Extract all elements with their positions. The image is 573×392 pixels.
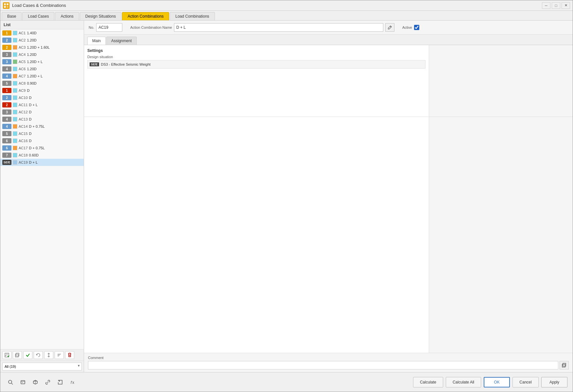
minimize-button[interactable]: ─ <box>542 2 550 9</box>
tab-main[interactable]: Main <box>87 37 106 45</box>
list-item[interactable]: 6 AC16 D <box>0 137 84 144</box>
list-item[interactable]: 2 AC11 D + L <box>0 101 84 108</box>
badge: 2 <box>2 102 11 107</box>
item-name: AC16 <box>19 139 28 143</box>
item-value: D <box>29 117 32 121</box>
badge: 2 <box>2 95 11 100</box>
name-input[interactable] <box>174 23 383 32</box>
item-name: AC11 <box>19 103 28 107</box>
color-dot <box>13 131 17 136</box>
duplicate-button[interactable] <box>13 351 22 359</box>
badge: 5 <box>2 131 11 136</box>
active-group: Active <box>402 25 419 30</box>
formula-bottom-button[interactable]: fx <box>68 378 78 386</box>
tab-assignment[interactable]: Assignment <box>106 37 137 45</box>
item-name: AC10 <box>19 96 28 100</box>
list-item[interactable]: 4 AC14 D + 0.75L <box>0 123 84 130</box>
split-bottom <box>84 117 573 353</box>
search-bottom-button[interactable] <box>6 378 15 386</box>
color-dot <box>13 110 17 114</box>
ok-button[interactable]: OK <box>484 377 510 387</box>
accept-button[interactable] <box>23 351 32 359</box>
item-value: D + 0.75L <box>29 146 45 150</box>
color-dot <box>13 124 17 129</box>
list-item[interactable]: 4 AC6 1.20D <box>0 65 84 73</box>
maximize-button[interactable]: □ <box>552 2 560 9</box>
no-field-group: No. <box>89 23 122 32</box>
list-item[interactable]: 4 AC13 D <box>0 116 84 123</box>
badge: 3 <box>2 109 11 115</box>
list-item[interactable]: 5 AC15 D <box>0 130 84 137</box>
item-value: 1.40D <box>27 31 36 35</box>
tab-action-combinations[interactable]: Action Combinations <box>122 12 169 20</box>
filter-wrap: All (19) <box>2 363 82 370</box>
tab-load-cases[interactable]: Load Cases <box>22 12 54 20</box>
titlebar-controls: ─ □ ✕ <box>542 2 570 9</box>
item-name: AC4 <box>19 53 26 57</box>
color-dot <box>13 153 17 157</box>
list-item-selected[interactable]: SE/E AC19 D + L <box>0 159 84 166</box>
sort-button[interactable] <box>55 351 64 359</box>
list-item[interactable]: 2 AC10 D <box>0 94 84 101</box>
item-name: AC5 <box>19 60 26 64</box>
name-label: Action Combination Name <box>130 25 172 29</box>
item-value: 1.20D + 1.60L <box>27 45 49 49</box>
comment-copy-button[interactable] <box>560 361 569 369</box>
item-name: AC9 <box>19 89 26 92</box>
color-dot <box>13 45 17 50</box>
delete-button[interactable] <box>65 351 74 359</box>
list-item[interactable]: 6 AC17 D + 0.75L <box>0 144 84 152</box>
list-item[interactable]: 1 AC1 1.40D <box>0 29 84 37</box>
svg-point-21 <box>9 380 12 384</box>
badge: 3 <box>2 59 11 64</box>
edit-name-button[interactable] <box>385 23 394 32</box>
list-item[interactable]: 5 AC8 0.90D <box>0 80 84 87</box>
color-dot <box>13 38 17 42</box>
badge: 1 <box>2 88 11 93</box>
list-item[interactable]: 3 AC5 1.20D + L <box>0 58 84 65</box>
tab-actions[interactable]: Actions <box>55 12 79 20</box>
list-item[interactable]: 3 AC4 1.20D <box>0 51 84 58</box>
item-name: AC3 <box>19 45 26 49</box>
badge: 6 <box>2 138 11 143</box>
calculate-all-button[interactable]: Calculate All <box>446 377 481 387</box>
comment-input[interactable] <box>88 361 558 369</box>
list-item[interactable]: 4 AC7 1.20D + L <box>0 73 84 80</box>
list-item[interactable]: 7 AC18 0.60D <box>0 152 84 159</box>
list-item[interactable]: 3 AC12 D <box>0 108 84 116</box>
cancel-button[interactable]: Cancel <box>512 377 539 387</box>
apply-button[interactable]: Apply <box>541 377 567 387</box>
export-bottom-button[interactable] <box>55 378 65 386</box>
reset-button[interactable] <box>34 351 43 359</box>
tab-load-combinations[interactable]: Load Combinations <box>170 12 215 20</box>
active-label: Active <box>402 25 412 29</box>
item-value: D + 0.75L <box>29 124 45 128</box>
move-button[interactable] <box>44 351 53 359</box>
no-input[interactable] <box>96 23 122 32</box>
list-item[interactable]: 1 AC9 D <box>0 87 84 94</box>
tab-base[interactable]: Base <box>2 12 22 20</box>
link-bottom-button[interactable] <box>43 378 53 386</box>
design-situation-row: SE/E DS3 - Effective Seismic Weight <box>87 60 425 69</box>
item-name: AC12 <box>19 110 28 114</box>
close-button[interactable]: ✕ <box>562 2 570 9</box>
filter-select[interactable]: All (19) <box>2 363 82 370</box>
right-panel: No. Action Combination Name Active Ma <box>84 21 573 372</box>
settings-section: Settings Design situation SE/E DS3 - Eff… <box>87 48 425 69</box>
color-dot <box>13 31 17 35</box>
item-name: AC7 <box>19 74 26 78</box>
list-item[interactable]: 2 AC3 1.20D + 1.60L <box>0 44 84 51</box>
calculate-button[interactable]: Calculate <box>413 377 443 387</box>
badge: 1 <box>2 30 11 36</box>
tab-design-situations[interactable]: Design Situations <box>80 12 121 20</box>
titlebar: Load Cases & Combinations ─ □ ✕ <box>0 0 573 11</box>
model-bottom-button[interactable] <box>30 378 40 386</box>
ds-text: DS3 - Effective Seismic Weight <box>101 62 151 66</box>
new-button[interactable] <box>2 351 11 359</box>
badge: 2 <box>2 38 11 43</box>
main-tabs: Base Load Cases Actions Design Situation… <box>0 11 573 21</box>
active-checkbox[interactable] <box>414 25 419 30</box>
item-name: AC17 <box>19 146 28 150</box>
cost-bottom-button[interactable] <box>18 378 28 386</box>
list-item[interactable]: 2 AC2 1.20D <box>0 37 84 44</box>
